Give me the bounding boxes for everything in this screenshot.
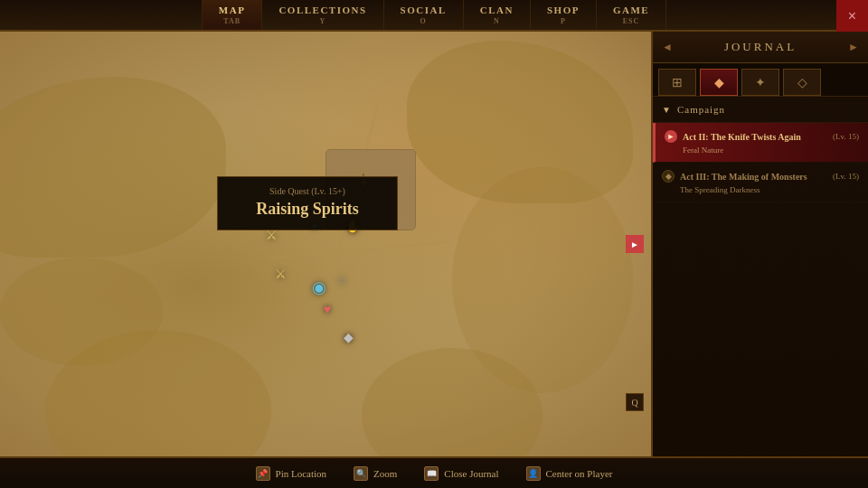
journal-icon: 📖 xyxy=(424,466,439,481)
map-q-button[interactable]: Q xyxy=(626,393,644,411)
journal-panel: ◄ JOURNAL ► ⊞ ◆ ✦ ◇ ▼ Campaign ► Act II:… xyxy=(651,32,868,456)
top-navigation: MAP TAB COLLECTIONS Y SOCIAL O CLAN N SH… xyxy=(0,0,868,32)
quest-2-icon: ◆ xyxy=(662,170,675,183)
close-button[interactable]: × xyxy=(836,0,868,32)
quest-1-level: (Lv. 15) xyxy=(833,132,859,141)
quest-1-name: Act II: The Knife Twists Again xyxy=(683,132,827,142)
quest-item-1[interactable]: ► Act II: The Knife Twists Again (Lv. 15… xyxy=(653,123,868,163)
center-player-action[interactable]: 👤 Center on Player xyxy=(526,466,613,481)
bottom-bar: 📌 Pin Location 🔍 Zoom 📖 Close Journal 👤 … xyxy=(0,456,868,488)
journal-header: ◄ JOURNAL ► xyxy=(653,32,868,63)
nav-clan[interactable]: CLAN N xyxy=(464,0,531,30)
quest-2-name: Act III: The Making of Monsters xyxy=(680,172,827,182)
journal-tab-star[interactable]: ✦ xyxy=(741,69,779,96)
journal-tabs: ⊞ ◆ ✦ ◇ xyxy=(653,63,868,97)
nav-game[interactable]: GAME ESC xyxy=(597,0,666,30)
journal-tab-grid[interactable]: ⊞ xyxy=(658,69,696,96)
quest-sub-title: Side Quest (Lv. 15+) xyxy=(236,186,379,196)
map-icon-water[interactable]: ◉ xyxy=(310,278,328,296)
pin-icon: 📌 xyxy=(256,466,270,481)
quest-title: Raising Spirits xyxy=(236,200,379,219)
quest-1-header: ► Act II: The Knife Twists Again (Lv. 15… xyxy=(665,130,859,143)
map-area[interactable]: Side Quest (Lv. 15+) Raising Spirits ⚔ ✦… xyxy=(0,32,651,456)
journal-content: ▼ Campaign ► Act II: The Knife Twists Ag… xyxy=(653,97,868,456)
map-icon-star-2[interactable]: ☆ xyxy=(333,271,351,289)
journal-next-arrow[interactable]: ► xyxy=(848,41,859,54)
journal-tab-active[interactable]: ◆ xyxy=(700,69,738,96)
quest-2-sub: The Spreading Darkness xyxy=(662,185,859,194)
campaign-label: Campaign xyxy=(677,104,725,115)
map-icon-swords-2[interactable]: ⚔ xyxy=(271,265,289,283)
zoom-action[interactable]: 🔍 Zoom xyxy=(354,466,397,481)
quest-2-level: (Lv. 15) xyxy=(833,172,859,181)
scroll-indicator[interactable]: ► xyxy=(626,235,644,253)
map-icon-heart[interactable]: ♥ xyxy=(318,301,336,319)
journal-tab-diamond[interactable]: ◇ xyxy=(783,69,821,96)
quest-1-icon: ► xyxy=(665,130,677,143)
quest-2-header: ◆ Act III: The Making of Monsters (Lv. 1… xyxy=(662,170,859,183)
nav-collections[interactable]: COLLECTIONS Y xyxy=(262,0,383,30)
player-icon: 👤 xyxy=(526,466,541,481)
close-journal-action[interactable]: 📖 Close Journal xyxy=(424,466,498,481)
pin-location-action[interactable]: 📌 Pin Location xyxy=(256,466,327,481)
quest-tooltip: Side Quest (Lv. 15+) Raising Spirits xyxy=(217,176,398,230)
journal-prev-arrow[interactable]: ◄ xyxy=(662,41,673,54)
nav-shop[interactable]: SHOP P xyxy=(531,0,597,30)
journal-title: JOURNAL xyxy=(724,40,797,54)
campaign-header: ▼ Campaign xyxy=(653,97,868,123)
zoom-icon: 🔍 xyxy=(354,466,368,481)
quest-1-sub: Feral Nature xyxy=(665,145,859,155)
nav-map[interactable]: MAP TAB xyxy=(202,0,263,30)
quest-item-2[interactable]: ◆ Act III: The Making of Monsters (Lv. 1… xyxy=(653,163,868,202)
nav-social[interactable]: SOCIAL O xyxy=(384,0,464,30)
map-icon-diamond[interactable]: ◆ xyxy=(339,328,357,346)
